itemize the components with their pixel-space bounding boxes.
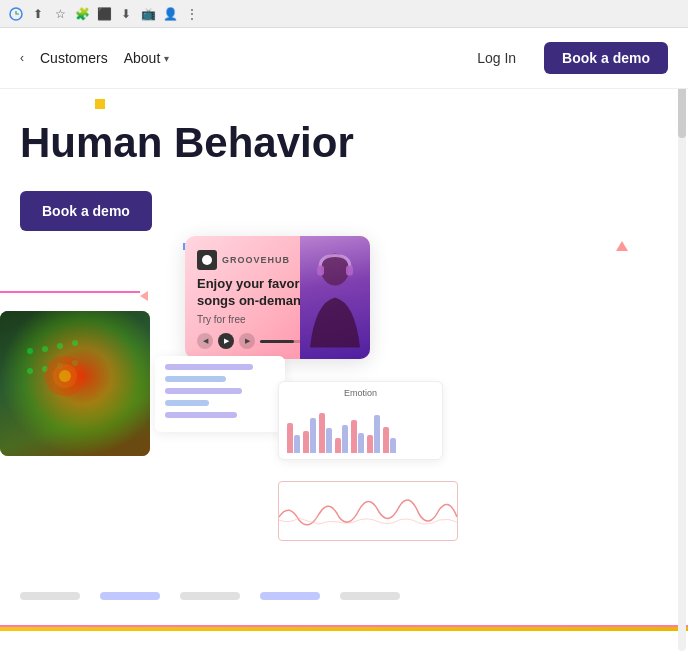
play-button[interactable]: ▶: [218, 333, 234, 349]
bar-group-7: [383, 427, 396, 453]
groovehub-icon-inner: [202, 255, 212, 265]
extension-icon[interactable]: 🧩: [74, 6, 90, 22]
nav-about-chevron-icon: ▾: [164, 53, 169, 64]
hero-book-demo-button[interactable]: Book a demo: [20, 191, 152, 231]
browser-toolbar: ⬆ ☆ 🧩 ⬛ ⬇ 📺 👤 ⋮: [8, 6, 200, 22]
prev-button[interactable]: ◀: [197, 333, 213, 349]
analytics-bar-1: [165, 364, 253, 370]
profile-icon[interactable]: 👤: [162, 6, 178, 22]
more-icon[interactable]: ⋮: [184, 6, 200, 22]
bar-3b: [326, 428, 332, 453]
bar-1b: [294, 435, 300, 453]
hero-title: Human Behavior: [20, 119, 668, 167]
bottom-strip: [0, 581, 688, 611]
analytics-bar-2: [165, 376, 226, 382]
deco-triangle-right: [616, 241, 628, 251]
svg-rect-14: [346, 266, 353, 276]
svg-point-3: [57, 343, 63, 349]
emotion-chart: Emotion: [278, 381, 443, 460]
page-content: ‹ Customers About ▾ Log In Book a demo H…: [0, 28, 688, 653]
hero-yellow-dot-decoration: [95, 99, 105, 109]
bar-group-3: [319, 413, 332, 453]
svg-point-11: [59, 370, 71, 382]
star-icon[interactable]: ☆: [52, 6, 68, 22]
music-card-top: GROOVEHUB Enjoy your favoritesongs on-de…: [185, 236, 370, 359]
bar-group-4: [335, 425, 348, 453]
content-area: GROOVEHUB Enjoy your favoritesongs on-de…: [0, 251, 688, 631]
hero-section: Human Behavior Book a demo: [0, 89, 688, 231]
waveform-svg: [279, 482, 457, 540]
download-icon[interactable]: ⬇: [118, 6, 134, 22]
next-button[interactable]: ▶: [239, 333, 255, 349]
strip-item-2: [100, 592, 160, 600]
nav-customers[interactable]: Customers: [40, 50, 108, 66]
bar-2b: [310, 418, 316, 453]
groovehub-brand-name: GROOVEHUB: [222, 255, 290, 265]
scrollbar[interactable]: [678, 58, 686, 651]
music-card: GROOVEHUB Enjoy your favoritesongs on-de…: [185, 236, 370, 359]
deco-left-triangle: [140, 291, 148, 301]
svg-point-5: [27, 368, 33, 374]
bottom-bar: [0, 627, 688, 631]
navigation: ‹ Customers About ▾ Log In Book a demo: [0, 28, 688, 89]
emotion-chart-title: Emotion: [287, 388, 434, 398]
strip-item-1: [20, 592, 80, 600]
svg-point-4: [72, 340, 78, 346]
svg-point-2: [42, 346, 48, 352]
heatmap-card: [0, 311, 150, 456]
bar-group-5: [351, 420, 364, 453]
bar-1a: [287, 423, 293, 453]
analytics-bar-4: [165, 400, 209, 406]
bar-3a: [319, 413, 325, 453]
bar-group-6: [367, 415, 380, 453]
deco-line-left: [0, 291, 140, 293]
bar-6a: [367, 435, 373, 453]
bar-group-1: [287, 423, 300, 453]
extensions-bar-icon[interactable]: ⬛: [96, 6, 112, 22]
analytics-bar-5: [165, 412, 237, 418]
groovehub-icon: [197, 250, 217, 270]
bar-5b: [358, 433, 364, 453]
bar-2a: [303, 431, 309, 453]
share-icon[interactable]: ⬆: [30, 6, 46, 22]
nav-about[interactable]: About ▾: [124, 50, 170, 66]
bar-4b: [342, 425, 348, 453]
nav-login[interactable]: Log In: [465, 44, 528, 72]
analytics-bar-3: [165, 388, 242, 394]
nav-about-label: About: [124, 50, 161, 66]
music-person-image: [300, 236, 370, 359]
bar-7b: [390, 438, 396, 453]
heatmap-figure: [0, 311, 150, 456]
bar-7a: [383, 427, 389, 453]
analytics-panel: [155, 356, 285, 432]
bar-5a: [351, 420, 357, 453]
face-grid-svg: [10, 321, 140, 446]
nav-book-demo-button[interactable]: Book a demo: [544, 42, 668, 74]
bar-6b: [374, 415, 380, 453]
waveform-area: [278, 481, 458, 541]
strip-item-3: [180, 592, 240, 600]
browser-chrome: ⬆ ☆ 🧩 ⬛ ⬇ 📺 👤 ⋮: [0, 0, 688, 28]
nav-logo-chevron[interactable]: ‹: [20, 51, 24, 65]
cast-icon[interactable]: 📺: [140, 6, 156, 22]
chart-bars: [287, 403, 434, 453]
bar-group-2: [303, 418, 316, 453]
svg-point-1: [27, 348, 33, 354]
google-icon[interactable]: [8, 6, 24, 22]
svg-rect-13: [317, 266, 324, 276]
progress-fill: [260, 340, 294, 343]
strip-item-4: [260, 592, 320, 600]
strip-item-5: [340, 592, 400, 600]
person-svg: [300, 236, 370, 359]
bar-4a: [335, 438, 341, 453]
